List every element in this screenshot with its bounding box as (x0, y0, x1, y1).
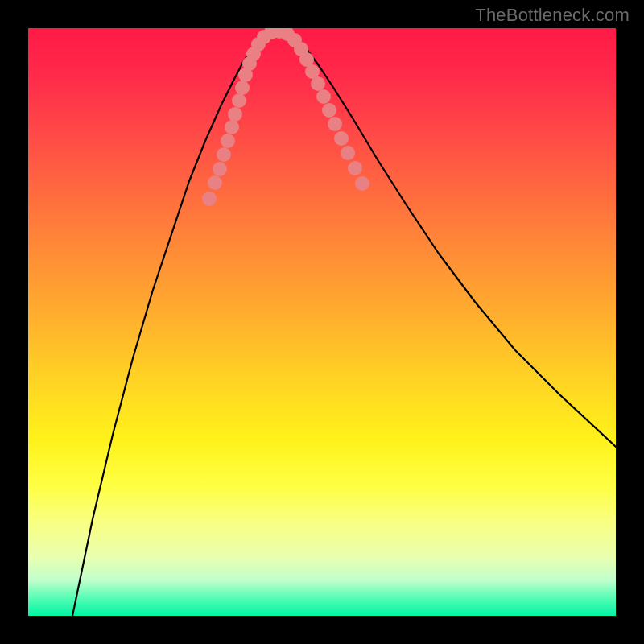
highlight-dot (322, 103, 336, 118)
highlight-dot (217, 147, 231, 162)
highlight-dot (225, 120, 239, 134)
highlight-dot (355, 176, 369, 191)
highlight-dot (232, 93, 246, 108)
highlight-dot (202, 192, 217, 206)
highlight-dot (235, 80, 250, 95)
highlight-dot (348, 161, 362, 175)
bottleneck-curve (72, 31, 616, 616)
highlight-dot (341, 146, 355, 160)
curve-layer (28, 28, 616, 616)
highlight-dot (328, 117, 342, 131)
highlight-dots (202, 28, 369, 206)
chart-frame: TheBottleneck.com (0, 0, 644, 644)
highlight-dot (221, 134, 235, 148)
highlight-dot (228, 107, 242, 122)
highlight-dot (208, 175, 222, 190)
watermark-text: TheBottleneck.com (475, 5, 630, 26)
plot-area (28, 28, 616, 616)
highlight-dot (213, 162, 227, 176)
highlight-dot (311, 76, 325, 91)
highlight-dot (334, 131, 349, 146)
highlight-dot (316, 89, 331, 104)
